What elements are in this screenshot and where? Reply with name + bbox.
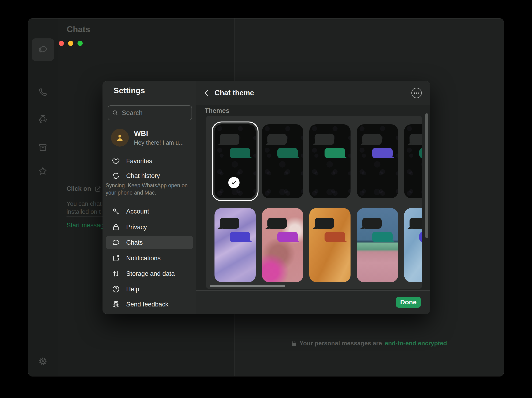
themes-grid	[206, 116, 422, 289]
divider	[66, 216, 102, 217]
lock-icon	[291, 340, 297, 347]
bug-icon	[112, 300, 120, 309]
search-icon	[112, 110, 119, 116]
done-button[interactable]: Done	[396, 297, 421, 308]
sidebar-item-calls[interactable]	[32, 81, 54, 103]
horizontal-scrollbar[interactable]	[210, 285, 285, 287]
sidebar-item-starred[interactable]	[32, 160, 54, 182]
menu-item-favorites[interactable]: Favorites	[106, 154, 193, 168]
heart-icon	[112, 157, 120, 165]
theme-tile-pink-beach[interactable]	[357, 208, 398, 282]
preview-outgoing-bubble	[230, 148, 250, 158]
chat-theme-title: Chat theme	[215, 89, 254, 97]
preview-incoming-bubble	[220, 134, 239, 145]
chevron-left-icon	[203, 89, 210, 97]
close-window-button[interactable]	[59, 41, 64, 46]
lock-outline-icon	[112, 223, 120, 231]
whatsapp-window: Chats Click on in You can chat installed…	[28, 18, 504, 376]
menu-item-chat-history[interactable]: Chat history	[106, 169, 193, 183]
vertical-scrollbar[interactable]	[425, 113, 428, 238]
profile-name: WBI	[134, 129, 184, 138]
encryption-note-highlight: end-to-end encrypted	[385, 340, 447, 347]
help-icon	[112, 285, 120, 293]
avatar	[111, 129, 129, 146]
window-controls	[59, 41, 83, 46]
theme-tile-orange-swirl[interactable]	[309, 208, 350, 282]
profile-row[interactable]: WBI Hey there! I am u...	[111, 129, 184, 146]
menu-item-account[interactable]: Account	[106, 205, 193, 218]
theme-tile-dark-cut[interactable]	[404, 124, 422, 198]
sync-icon	[112, 172, 120, 180]
person-icon	[115, 133, 125, 143]
menu-item-chats[interactable]: Chats	[106, 236, 193, 249]
chat-theme-footer: Done	[196, 290, 430, 314]
start-messaging-link[interactable]: Start messag	[66, 222, 104, 229]
star-icon	[38, 166, 48, 176]
screen: Chats Click on in You can chat installed…	[0, 0, 532, 398]
theme-tile-dark-green-1[interactable]	[215, 124, 256, 198]
sidebar-rail	[28, 19, 58, 376]
theme-tile-holographic[interactable]	[215, 208, 256, 282]
gear-icon	[38, 356, 48, 366]
page-title: Chats	[67, 25, 90, 34]
zoom-window-button[interactable]	[77, 41, 83, 46]
theme-tile-blue-water[interactable]	[404, 208, 422, 282]
sidebar-item-chats[interactable]	[32, 38, 54, 61]
sync-note: Syncing. Keep WhatsApp open on your phon…	[106, 182, 188, 196]
menu-item-storage[interactable]: Storage and data	[106, 267, 193, 280]
sidebar-item-app-settings[interactable]	[32, 350, 54, 373]
themes-section: Themes	[196, 105, 430, 290]
phone-icon	[38, 87, 48, 97]
chat-bubble-icon	[112, 238, 120, 247]
chats-icon	[38, 44, 48, 55]
notifications-icon	[112, 254, 120, 262]
selected-check-icon	[228, 177, 240, 188]
menu-item-send-feedback[interactable]: Send feedback	[106, 297, 193, 311]
menu-item-notifications[interactable]: Notifications	[106, 252, 193, 265]
archive-icon	[38, 143, 48, 152]
search-input[interactable]	[122, 109, 187, 117]
minimize-window-button[interactable]	[68, 41, 73, 46]
status-icon	[38, 114, 48, 124]
theme-tile-pink-floral[interactable]	[262, 208, 303, 282]
settings-modal: Settings WBI	[102, 81, 430, 314]
back-button[interactable]	[200, 86, 214, 100]
encryption-note: Your personal messages are end-to-end en…	[234, 340, 504, 347]
theme-tile-dark-purple[interactable]	[357, 124, 398, 198]
up-down-arrows-icon	[112, 270, 120, 278]
settings-pane: Settings WBI	[103, 81, 196, 314]
profile-status: Hey there! I am u...	[134, 139, 184, 146]
theme-tile-dark-green-3[interactable]	[309, 124, 350, 198]
empty-state-text: You can chat installed on t	[66, 200, 101, 216]
menu-item-help[interactable]: Help	[106, 282, 193, 296]
settings-search[interactable]	[108, 105, 192, 120]
theme-tile-dark-green-2[interactable]	[262, 124, 303, 198]
themes-label: Themes	[205, 107, 229, 114]
more-options-button[interactable]	[412, 88, 422, 98]
new-chat-icon	[94, 185, 101, 192]
sidebar-item-archived[interactable]	[32, 136, 54, 159]
key-icon	[112, 207, 120, 216]
chat-theme-header: Chat theme	[196, 81, 430, 105]
menu-item-privacy[interactable]: Privacy	[106, 220, 193, 234]
settings-title: Settings	[114, 86, 145, 95]
chat-theme-pane: Chat theme Themes	[196, 81, 430, 314]
sidebar-item-status[interactable]	[32, 108, 54, 130]
